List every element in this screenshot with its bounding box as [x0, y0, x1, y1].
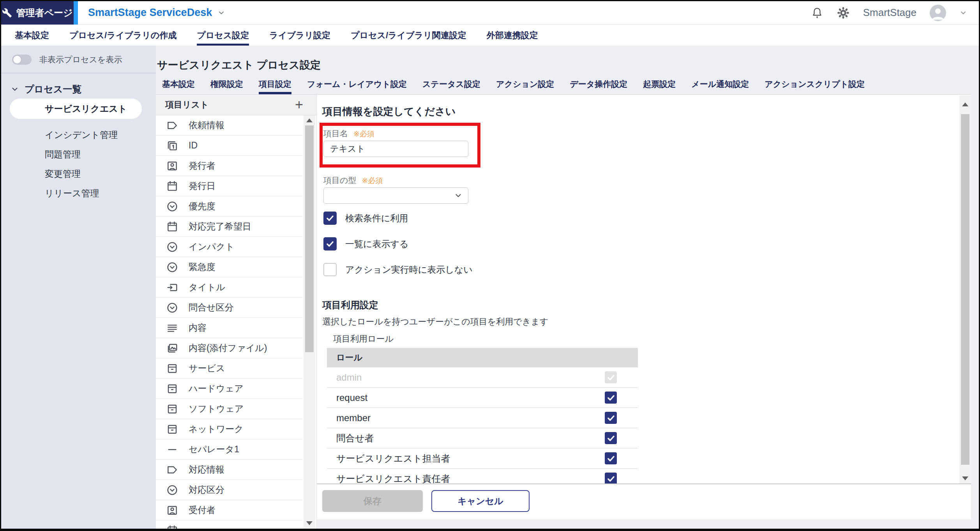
- field-list-item-label: 緊急度: [189, 261, 215, 273]
- field-list-item-receptionist[interactable]: 受付者: [156, 500, 302, 520]
- top-tab-process-library-relation[interactable]: プロセス/ライブラリ関連設定: [351, 25, 466, 46]
- field-list-item-service[interactable]: サービス: [156, 358, 302, 379]
- hidden-process-toggle[interactable]: [12, 55, 32, 65]
- chevron-circle-icon: [166, 200, 178, 213]
- chevron-down-icon[interactable]: [959, 9, 967, 17]
- field-list-item-priority[interactable]: 優先度: [156, 196, 302, 217]
- field-list-item-content-attachment[interactable]: 内容(添付ファイル): [156, 338, 302, 358]
- role-checkbox-inquirer[interactable]: [605, 432, 617, 444]
- bell-icon[interactable]: [811, 7, 823, 19]
- field-list-item-label: ID: [189, 140, 198, 151]
- top-tab-process-library-create[interactable]: プロセス/ライブラリの作成: [69, 25, 177, 46]
- field-list-item-label: 対応情報: [189, 464, 224, 476]
- option-show-in-list[interactable]: 一覧に表示する: [323, 237, 473, 251]
- scroll-up-arrow[interactable]: [962, 102, 968, 106]
- usage-section-description: 選択したロールを持つユーザーがこの項目を利用できます: [322, 316, 548, 328]
- field-list-item-impact[interactable]: インパクト: [156, 237, 302, 257]
- role-checkbox-request[interactable]: [605, 392, 617, 404]
- admin-page-tab[interactable]: 管理者ページ: [1, 1, 74, 25]
- sub-tab-action-script[interactable]: アクションスクリプト設定: [765, 74, 865, 94]
- option-hide-on-action[interactable]: アクション実行時に表示しない: [323, 263, 473, 276]
- sub-tab-data-operation[interactable]: データ操作設定: [570, 74, 627, 94]
- product-switcher[interactable]: SmartStage ServiceDesk: [88, 7, 225, 19]
- checkbox-show-in-list[interactable]: [323, 237, 337, 251]
- required-badge: ※必須: [362, 176, 383, 186]
- field-list-item-content[interactable]: 内容: [156, 318, 302, 338]
- scroll-down-arrow[interactable]: [306, 521, 313, 525]
- sub-tab-ticket[interactable]: 起票設定: [643, 74, 676, 94]
- field-list-item-response-category[interactable]: 対応区分: [156, 480, 302, 500]
- field-list-item-request-info[interactable]: 依頼情報: [156, 115, 302, 136]
- role-name: サービスリクエスト担当者: [336, 452, 450, 465]
- required-badge: ※必須: [353, 129, 374, 139]
- field-list-item-desired-completion-date[interactable]: 対応完了希望日: [156, 217, 302, 237]
- sub-tab-permission[interactable]: 権限設定: [210, 74, 243, 94]
- avatar[interactable]: [930, 5, 946, 21]
- gear-icon[interactable]: [837, 6, 850, 19]
- role-checkbox-admin: [605, 371, 617, 383]
- tag-icon: [166, 464, 178, 476]
- role-checkbox-sr-staff[interactable]: [605, 452, 617, 464]
- box-icon: [166, 403, 178, 415]
- chevron-circle-icon: [166, 484, 178, 496]
- field-type-select[interactable]: [323, 187, 468, 204]
- sidebar-divider: [1, 73, 156, 73]
- scroll-down-arrow[interactable]: [962, 476, 968, 480]
- sidebar-item-service-request[interactable]: サービスリクエスト: [10, 99, 142, 119]
- content-scrollbar[interactable]: [959, 95, 971, 483]
- role-checkbox-sr-manager[interactable]: [605, 473, 617, 483]
- field-name-label: 項目名: [323, 128, 348, 139]
- scroll-up-arrow[interactable]: [306, 118, 313, 122]
- field-list-item-inquiry-category[interactable]: 問合せ区分: [156, 298, 302, 318]
- sub-tab-item[interactable]: 項目設定: [259, 74, 291, 94]
- process-list-section[interactable]: プロセス一覧: [11, 83, 81, 95]
- sub-tab-mail-notification[interactable]: メール通知設定: [691, 74, 749, 94]
- top-tab-process-settings[interactable]: プロセス設定: [197, 25, 249, 46]
- field-list-item-partial-item[interactable]: [156, 520, 302, 530]
- field-list-scrollbar[interactable]: [304, 115, 315, 530]
- box-icon: [166, 423, 178, 436]
- sub-tab-basic[interactable]: 基本設定: [162, 74, 195, 94]
- person-icon: [166, 504, 178, 517]
- field-list-item-record-id[interactable]: ID: [156, 136, 302, 156]
- cancel-button[interactable]: キャンセル: [431, 490, 530, 512]
- role-row-inquirer: 問合せ者: [327, 428, 638, 448]
- top-tab-external-integration[interactable]: 外部連携設定: [487, 25, 538, 46]
- field-type-label-row: 項目の型 ※必須: [323, 175, 383, 186]
- sidebar-item-incident-management[interactable]: インシデント管理: [1, 125, 156, 145]
- chevron-circle-icon: [166, 241, 178, 253]
- field-list-item-network[interactable]: ネットワーク: [156, 419, 302, 439]
- sidebar-item-release-management[interactable]: リリース管理: [1, 183, 156, 203]
- sidebar-item-problem-management[interactable]: 問題管理: [1, 145, 156, 164]
- field-list-item-issue-date[interactable]: 発行日: [156, 176, 302, 196]
- field-list-item-separator1[interactable]: セパレータ1: [156, 439, 302, 460]
- checkbox-use-in-search[interactable]: [323, 212, 337, 225]
- field-name-input[interactable]: [323, 141, 468, 157]
- field-list-item-hardware[interactable]: ハードウェア: [156, 379, 302, 399]
- field-list-item-issuer[interactable]: 発行者: [156, 156, 302, 176]
- scrollbar-thumb[interactable]: [305, 125, 314, 352]
- sub-tab-form-layout[interactable]: フォーム・レイアウト設定: [307, 74, 407, 94]
- sidebar-item-change-management[interactable]: 変更管理: [1, 164, 156, 183]
- field-option-checkboxes: 検索条件に利用一覧に表示するアクション実行時に表示しない: [323, 212, 473, 289]
- option-use-in-search[interactable]: 検索条件に利用: [323, 212, 473, 225]
- wrench-icon: [2, 8, 12, 18]
- field-list-header: 項目リスト +: [156, 95, 316, 115]
- top-tab-library-settings[interactable]: ライブラリ設定: [269, 25, 330, 46]
- field-list-item-software[interactable]: ソフトウェア: [156, 399, 302, 419]
- field-list-item-label: 内容: [189, 322, 207, 334]
- save-button[interactable]: 保存: [322, 490, 423, 512]
- chevron-down-icon: [217, 9, 225, 17]
- sub-tab-status[interactable]: ステータス設定: [422, 74, 480, 94]
- scrollbar-thumb[interactable]: [961, 114, 969, 465]
- field-list-item-title[interactable]: タイトル: [156, 277, 302, 298]
- chevron-down-icon: [454, 191, 463, 200]
- top-tab-basic-settings[interactable]: 基本設定: [15, 25, 49, 46]
- input-icon: [166, 281, 178, 294]
- field-list-item-urgency[interactable]: 緊急度: [156, 257, 302, 277]
- checkbox-hide-on-action[interactable]: [323, 263, 337, 276]
- sub-tab-action[interactable]: アクション設定: [496, 74, 554, 94]
- add-field-button[interactable]: +: [295, 98, 303, 112]
- role-checkbox-member[interactable]: [605, 412, 617, 424]
- field-list-item-response-info[interactable]: 対応情報: [156, 460, 302, 480]
